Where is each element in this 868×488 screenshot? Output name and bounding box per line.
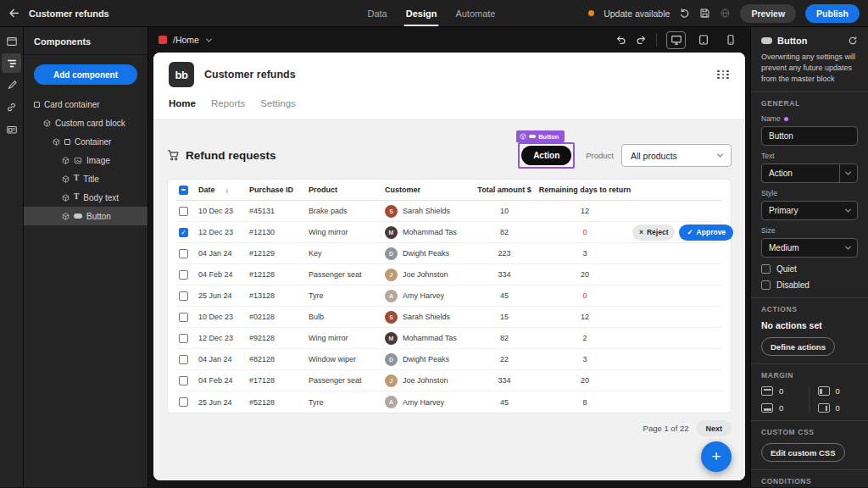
preview-button[interactable]: Preview xyxy=(740,4,796,23)
margin-top-icon xyxy=(761,386,773,396)
app-switcher-icon[interactable] xyxy=(717,70,730,80)
quiet-checkbox[interactable] xyxy=(761,264,771,274)
col-customer[interactable]: Customer xyxy=(385,186,471,194)
selection-tag[interactable]: Button xyxy=(516,130,565,142)
actions-section-label: ACTIONS xyxy=(761,305,858,313)
publish-button[interactable]: Publish xyxy=(805,4,860,23)
tree-item-body-text[interactable]: TBody text xyxy=(24,188,147,207)
text-input-value: Action xyxy=(769,169,793,178)
topbar-tab-data[interactable]: Data xyxy=(367,0,387,26)
col-total[interactable]: Total amount $ xyxy=(471,186,537,194)
table-row: 25 Jun 24#52128TyreAAmy Harvey458 xyxy=(176,391,722,413)
col-product[interactable]: Product xyxy=(309,186,385,194)
back-icon[interactable] xyxy=(8,8,19,19)
col-purchase-id[interactable]: Purchase ID xyxy=(249,186,309,194)
next-page-button[interactable]: Next xyxy=(696,420,732,436)
tree-item-container[interactable]: Container xyxy=(24,132,147,151)
approve-button[interactable]: ✓Approve xyxy=(679,225,733,241)
undo-icon[interactable] xyxy=(615,34,627,46)
component-tree: Card containerCustom card blockContainer… xyxy=(24,95,147,225)
edit-custom-css-button[interactable]: Edit custom CSS xyxy=(761,443,845,462)
cell-days: 3 xyxy=(537,249,632,258)
page-indicator: Page 1 of 22 xyxy=(643,424,689,433)
app-tab-reports[interactable]: Reports xyxy=(211,98,245,108)
phone-icon[interactable] xyxy=(721,31,740,49)
redo-icon[interactable] xyxy=(635,34,647,46)
row-checkbox[interactable] xyxy=(179,313,188,322)
tree-item-button[interactable]: Button xyxy=(24,207,147,225)
history-icon[interactable] xyxy=(679,8,690,19)
avatar: D xyxy=(385,247,398,260)
row-checkbox[interactable] xyxy=(179,270,188,280)
app-tab-home[interactable]: Home xyxy=(169,98,196,108)
tree-item-label: Body text xyxy=(83,193,119,202)
text-combo-input[interactable]: Action xyxy=(761,164,858,183)
row-checkbox[interactable] xyxy=(179,376,188,385)
reject-button[interactable]: ×Reject xyxy=(632,225,675,241)
avatar: D xyxy=(385,353,398,366)
cell-customer: AAmy Harvey xyxy=(385,396,471,408)
row-checkbox[interactable] xyxy=(179,397,188,407)
tree-item-title[interactable]: TTitle xyxy=(24,169,147,188)
add-component-button[interactable]: Add component xyxy=(34,64,137,85)
row-checkbox[interactable] xyxy=(179,334,188,343)
cell-days: 20 xyxy=(537,376,632,385)
inspector-panel: Button Overwriting any settings will pre… xyxy=(750,27,868,487)
margin-right-field[interactable]: 0 xyxy=(818,403,859,413)
row-checkbox[interactable] xyxy=(179,291,188,301)
tablet-icon[interactable] xyxy=(693,31,713,49)
refresh-icon[interactable] xyxy=(848,36,858,46)
select-all-checkbox[interactable] xyxy=(179,186,188,195)
add-fab-button[interactable]: + xyxy=(701,441,732,472)
action-button[interactable]: Action xyxy=(521,146,571,165)
cell-product: Passenger seat xyxy=(309,270,385,279)
row-checkbox[interactable]: ✓ xyxy=(179,228,188,237)
topbar-tab-design[interactable]: Design xyxy=(406,0,437,26)
table-row: 25 Jun 24#13128TyreAAmy Harvey450 xyxy=(176,286,722,307)
style-select[interactable]: Primary xyxy=(761,201,858,220)
save-icon[interactable] xyxy=(699,8,710,19)
margin-left-field[interactable]: 0 xyxy=(818,386,859,396)
topbar-tab-automate[interactable]: Automate xyxy=(455,0,495,26)
blocks-icon[interactable] xyxy=(2,119,21,139)
page-color-icon xyxy=(159,36,167,44)
styles-icon[interactable] xyxy=(2,75,21,95)
cube-icon xyxy=(53,138,60,146)
row-checkbox[interactable] xyxy=(179,249,188,258)
col-days[interactable]: Remaining days to return xyxy=(537,186,632,194)
tree-item-label: Title xyxy=(83,175,99,184)
pages-icon[interactable] xyxy=(2,31,21,51)
row-checkbox[interactable] xyxy=(179,355,188,364)
tree-item-image[interactable]: Image xyxy=(24,151,147,169)
tree-icon[interactable] xyxy=(2,53,21,73)
page-breadcrumb[interactable]: /Home xyxy=(173,35,199,45)
row-checkbox[interactable] xyxy=(179,207,188,216)
define-actions-button[interactable]: Define actions xyxy=(761,337,835,356)
table-row: 04 Jan 24#82128Window wiperDDwight Peaks… xyxy=(176,349,722,370)
size-select[interactable]: Medium xyxy=(761,238,858,258)
product-filter-select[interactable]: All products xyxy=(621,144,732,167)
name-input[interactable]: Button xyxy=(761,126,858,146)
links-icon[interactable] xyxy=(2,97,21,117)
chevron-down-icon xyxy=(717,152,723,158)
app-tab-settings[interactable]: Settings xyxy=(260,98,296,108)
cell-date: 04 Jan 24 xyxy=(198,249,249,258)
col-date[interactable]: Date↓ xyxy=(198,186,249,194)
style-field-label: Style xyxy=(761,189,777,197)
margin-right-value: 0 xyxy=(836,403,840,413)
customer-name: Mohammad Tas xyxy=(403,334,457,342)
sort-desc-icon[interactable]: ↓ xyxy=(225,186,230,194)
cell-product: Brake pads xyxy=(309,207,385,215)
cell-total: 45 xyxy=(471,398,537,407)
avatar: J xyxy=(385,269,398,281)
disabled-checkbox[interactable] xyxy=(761,280,771,290)
margin-top-field[interactable]: 0 xyxy=(761,386,802,396)
cell-purchase-id: #45131 xyxy=(249,207,309,215)
tree-item-label: Custom card block xyxy=(55,119,125,128)
tree-item-custom-card-block[interactable]: Custom card block xyxy=(24,114,147,132)
desktop-icon[interactable] xyxy=(666,31,686,49)
cube-icon xyxy=(62,194,70,202)
tree-item-card-container[interactable]: Card container xyxy=(24,95,147,114)
master-block-warning: Overwriting any settings will prevent an… xyxy=(761,52,858,84)
margin-bottom-field[interactable]: 0 xyxy=(761,403,802,413)
